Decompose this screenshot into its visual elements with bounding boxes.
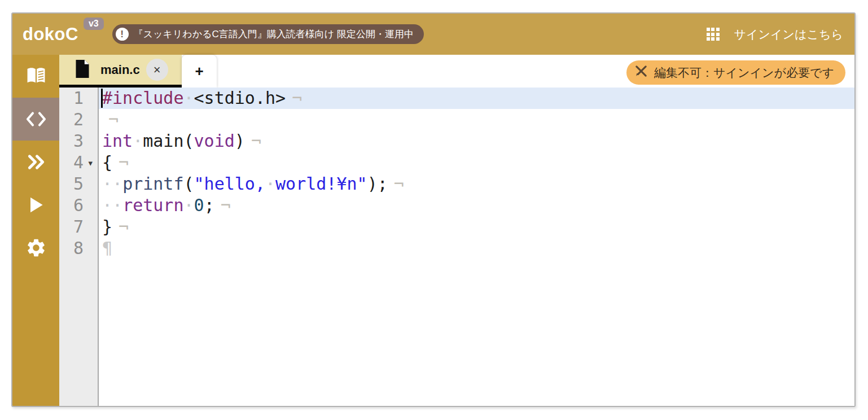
code-token: world!¥n": [275, 174, 367, 194]
sidebar-item-settings[interactable]: [12, 226, 59, 269]
code-token: "hello,: [194, 174, 265, 194]
code-editor[interactable]: 1234▾5678 #include·<stdio.h>¬¬int·main(v…: [59, 88, 854, 406]
code-token: ¶: [102, 238, 112, 258]
notice-text: 『スッキリわかるC言語入門』購入読者様向け 限定公開・運用中: [134, 28, 414, 41]
code-line: ¶: [99, 238, 854, 259]
tab-label: main.c: [100, 63, 140, 77]
app-title: dokoC: [23, 24, 78, 45]
code-token: );: [367, 174, 388, 194]
sidebar-item-code[interactable]: [12, 98, 59, 141]
line-number: 3: [59, 130, 98, 152]
line-number: 5: [59, 173, 98, 195]
tab-bar: main.c × +: [59, 55, 854, 88]
version-badge: v3: [84, 18, 104, 30]
file-icon: [75, 60, 90, 80]
fold-caret-icon[interactable]: ▾: [88, 152, 93, 174]
code-token: ;: [204, 195, 214, 215]
code-token: ·: [184, 195, 194, 215]
readonly-badge: 編集不可：サインインが必要です: [626, 60, 845, 85]
sidebar-item-run[interactable]: [12, 183, 59, 226]
sidebar-item-step-run[interactable]: [12, 141, 59, 183]
exclamation-icon: !: [116, 28, 129, 41]
line-number: 4▾: [59, 152, 98, 173]
code-area: #include·<stdio.h>¬¬int·main(void)¬{¬··p…: [99, 88, 854, 406]
code-token: ·: [133, 131, 143, 151]
text-cursor: [101, 89, 103, 108]
code-token: #include: [102, 88, 184, 108]
code-token: void: [194, 131, 235, 151]
code-line: int·main(void)¬: [99, 130, 854, 152]
code-token: (: [184, 174, 194, 194]
sidebar: [12, 55, 59, 406]
code-token: }: [102, 217, 112, 237]
code-token: {: [102, 152, 112, 172]
code-token: 0: [194, 195, 204, 215]
header-right: サインインはこちら: [707, 27, 854, 42]
code-token: ): [235, 131, 245, 151]
signin-link[interactable]: サインインはこちら: [734, 27, 843, 42]
book-icon: [25, 67, 47, 86]
notice-pill: ! 『スッキリわかるC言語入門』購入読者様向け 限定公開・運用中: [112, 24, 424, 44]
line-number: 7: [59, 216, 98, 238]
code-token: return: [122, 195, 183, 215]
code-line: ¬: [99, 109, 854, 130]
code-line: ··return·0;¬: [99, 195, 854, 216]
code-token: ··: [102, 195, 122, 215]
readonly-text: 編集不可：サインインが必要です: [654, 65, 834, 81]
gear-icon: [25, 237, 47, 259]
code-token: ¬: [251, 131, 261, 151]
code-line: }¬: [99, 216, 854, 238]
code-icon: [26, 111, 46, 127]
code-token: ¬: [394, 174, 404, 194]
tab-close-button[interactable]: ×: [146, 59, 168, 81]
apps-grid-icon[interactable]: [707, 28, 720, 41]
code-line: ··printf("hello,·world!¥n");¬: [99, 173, 854, 195]
double-chevron-icon: [27, 154, 45, 170]
code-line: #include·<stdio.h>¬: [99, 88, 854, 109]
code-token: ¬: [108, 110, 119, 129]
code-token: <stdio.h>: [194, 88, 286, 108]
line-number: 2: [59, 109, 98, 130]
tab-main-c[interactable]: main.c ×: [59, 55, 182, 88]
new-tab-button[interactable]: +: [182, 55, 217, 88]
code-token: ·: [265, 174, 275, 194]
code-token: ¬: [221, 195, 231, 215]
screenshot: dokoC v3 ! 『スッキリわかるC言語入門』購入読者様向け 限定公開・運用…: [0, 0, 868, 420]
line-number: 8: [59, 238, 98, 259]
edit-off-icon: [634, 64, 648, 81]
line-number: 1: [59, 88, 98, 109]
code-token: main(: [143, 131, 194, 151]
line-number: 6: [59, 195, 98, 216]
code-token: ¬: [292, 88, 302, 108]
app-header: dokoC v3 ! 『スッキリわかるC言語入門』購入読者様向け 限定公開・運用…: [12, 14, 854, 55]
app-window: dokoC v3 ! 『スッキリわかるC言語入門』購入読者様向け 限定公開・運用…: [11, 12, 856, 407]
code-token: ¬: [119, 217, 129, 237]
main-panel: main.c × +: [59, 55, 854, 406]
sidebar-item-reference[interactable]: [12, 55, 59, 98]
code-token: ¬: [119, 152, 129, 172]
code-token: printf: [122, 174, 183, 194]
play-icon: [28, 196, 44, 213]
code-token: ··: [102, 174, 122, 194]
code-token: int: [102, 131, 133, 151]
app-body: main.c × +: [12, 55, 854, 406]
code-token: ·: [184, 88, 194, 108]
code-line: {¬: [99, 152, 854, 173]
gutter: 1234▾5678: [59, 88, 99, 406]
